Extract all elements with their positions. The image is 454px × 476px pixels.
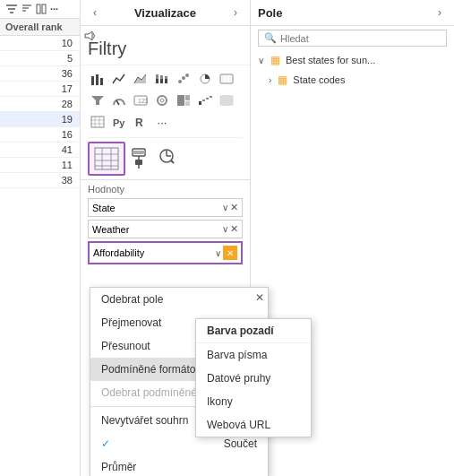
field-state[interactable]: State ∨ ✕	[88, 198, 243, 217]
more-viz-icon[interactable]: ···	[152, 112, 172, 132]
svg-rect-9	[91, 76, 94, 85]
state-chevron[interactable]: ∨	[222, 203, 228, 212]
menu-item-average[interactable]: Průměr	[90, 455, 268, 476]
weather-chevron[interactable]: ∨	[222, 224, 228, 234]
icon-row-3: Py R ···	[88, 112, 243, 132]
stacked-bar-icon[interactable]	[152, 69, 172, 89]
icon-row-4	[88, 137, 243, 176]
context-menu-close[interactable]: ✕	[255, 291, 264, 304]
fields-section: Hodnoty State ∨ ✕ Weather ∨ ✕ Affordabil…	[81, 179, 250, 271]
search-box[interactable]: 🔍	[258, 30, 447, 47]
map-icon[interactable]	[217, 69, 236, 89]
treemap-icon[interactable]	[174, 91, 193, 110]
table-icon-best-states: ▦	[268, 53, 282, 67]
viz-header: ‹ Vizualizace ›	[81, 0, 250, 26]
svg-rect-11	[100, 78, 103, 85]
svg-rect-6	[37, 4, 40, 13]
table-row: 5	[0, 51, 80, 66]
field-state-label: State	[92, 203, 116, 213]
bar-chart-icon[interactable]	[88, 69, 107, 89]
submenu-conditional: Barva pozadí Barva písma Datové pruhy Ik…	[195, 318, 312, 437]
svg-point-29	[160, 99, 164, 102]
left-panel-header: ···	[0, 0, 80, 19]
svg-rect-53	[135, 160, 142, 165]
svg-text:123: 123	[138, 98, 148, 104]
tree-item-best-states[interactable]: ∨ ▦ Best states for sun...	[251, 50, 454, 70]
python-icon[interactable]: Py	[109, 112, 129, 132]
hodnoty-label: Hodnoty	[88, 184, 243, 195]
svg-point-20	[182, 76, 185, 80]
svg-rect-16	[160, 79, 163, 83]
pie-chart-icon[interactable]	[195, 69, 215, 89]
field-affordability[interactable]: Affordability ∨ ✕	[88, 241, 243, 264]
analytics-icon[interactable]	[154, 142, 179, 176]
svg-marker-24	[91, 96, 104, 105]
menu-item-remove-field[interactable]: Odebrat pole	[90, 288, 268, 311]
table-row: 10	[0, 36, 80, 51]
affordability-close[interactable]: ✕	[223, 246, 237, 260]
search-input[interactable]	[280, 33, 441, 44]
submenu-item-icons[interactable]: Ikony	[196, 390, 311, 413]
svg-rect-51	[133, 151, 145, 154]
nav-forward-arrow[interactable]: ›	[228, 5, 243, 20]
table-viz-icon[interactable]	[88, 142, 125, 176]
table-row: 17	[0, 82, 80, 97]
svg-rect-35	[206, 98, 209, 100]
svg-line-25	[116, 100, 119, 105]
left-panel: ··· Overall rank 10 5 36 17 28 19 16 41 …	[0, 0, 81, 476]
filtry-label: Filtry	[81, 33, 250, 65]
submenu-item-web-url[interactable]: Webová URL	[196, 413, 311, 437]
svg-marker-8	[85, 31, 92, 40]
gauge-icon[interactable]	[109, 91, 129, 110]
svg-rect-31	[185, 95, 190, 100]
table-row: 16	[0, 127, 80, 143]
table-row: 28	[0, 97, 80, 112]
sort-icon	[21, 4, 32, 14]
tree-label-best-states: Best states for sun...	[286, 55, 375, 65]
pole-expand-arrow[interactable]: ›	[433, 5, 447, 20]
affordability-chevron[interactable]: ∨	[215, 248, 221, 258]
svg-rect-10	[96, 74, 99, 85]
more-icon[interactable]: ···	[50, 4, 58, 14]
weather-close[interactable]: ✕	[230, 223, 238, 235]
tree-expand-best-states[interactable]: ∨	[258, 56, 264, 65]
r-icon[interactable]: R	[131, 112, 150, 132]
table-row: 41	[0, 143, 80, 158]
table-row: 38	[0, 173, 80, 188]
svg-rect-33	[199, 101, 201, 105]
nav-back-arrow[interactable]: ‹	[88, 5, 102, 20]
svg-rect-13	[156, 74, 158, 79]
pole-title: Pole	[258, 6, 282, 20]
svg-rect-17	[165, 76, 167, 79]
field-affordability-label: Affordability	[93, 247, 144, 258]
tree-expand-state-codes[interactable]: ›	[269, 75, 271, 85]
area-chart-icon[interactable]	[131, 69, 150, 89]
state-close[interactable]: ✕	[230, 202, 238, 213]
svg-rect-32	[185, 101, 190, 106]
field-weather[interactable]: Weather ∨ ✕	[88, 220, 243, 238]
right-panel: Pole › 🔍 ∨ ▦ Best states for sun... › ▦ …	[251, 0, 454, 476]
svg-point-19	[178, 80, 182, 83]
ribbon-icon[interactable]	[217, 91, 236, 110]
submenu-item-data-bars[interactable]: Datové pruhy	[196, 367, 311, 390]
svg-rect-34	[202, 100, 205, 101]
matrix-icon[interactable]	[88, 112, 107, 132]
submenu-item-font-color[interactable]: Barva písma	[196, 343, 311, 367]
svg-rect-36	[210, 96, 212, 98]
svg-point-21	[185, 74, 189, 77]
speaker-icon	[84, 30, 97, 45]
waterfall-icon[interactable]	[195, 91, 215, 110]
icon-row-1	[88, 69, 243, 89]
funnel-icon[interactable]	[88, 91, 107, 110]
card-icon[interactable]: 123	[131, 91, 150, 110]
line-chart-icon[interactable]	[109, 69, 129, 89]
scatter-icon[interactable]	[174, 69, 193, 89]
columns-icon	[36, 4, 47, 14]
right-panel-header: Pole ›	[251, 0, 454, 26]
tree-item-state-codes[interactable]: › ▦ State codes	[251, 70, 454, 90]
paint-roller-icon[interactable]	[127, 142, 152, 176]
donut-icon[interactable]	[152, 91, 172, 110]
svg-rect-37	[91, 117, 104, 127]
tree-label-state-codes: State codes	[293, 74, 345, 85]
submenu-title: Barva pozadí	[196, 319, 311, 343]
